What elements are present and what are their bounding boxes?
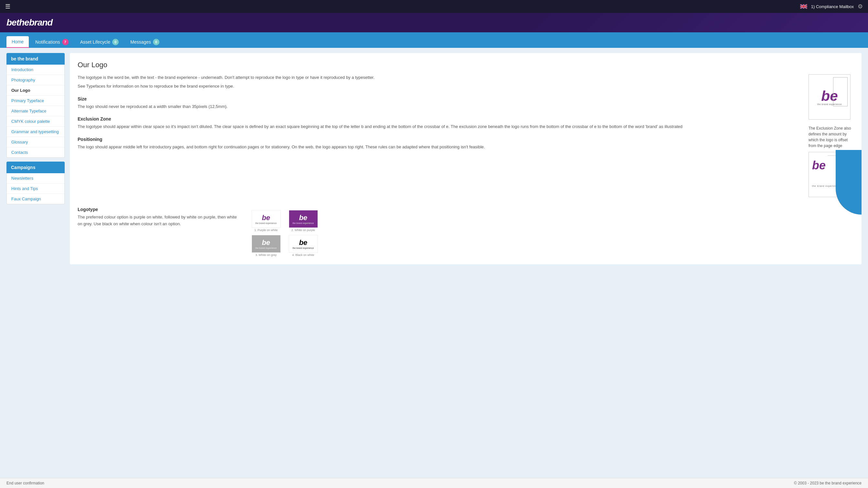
sidebar-item-grammar[interactable]: Grammar and typesetting — [7, 127, 64, 137]
sidebar-item-contacts[interactable]: Contacts — [7, 148, 64, 157]
logo-pos-be: be — [812, 159, 826, 172]
logotype-box-1: be the brand experience — [252, 210, 281, 228]
user-label: 1) Compliance Mailbox — [811, 4, 854, 9]
tab-home-label: Home — [12, 39, 24, 44]
logo-caption-2: the brand experience — [293, 222, 314, 224]
tab-home[interactable]: Home — [6, 36, 29, 48]
settings-icon[interactable]: ⚙ — [858, 3, 863, 10]
sidebar-item-glossary[interactable]: Glossary — [7, 137, 64, 148]
logo-caption-3: the brand experience — [255, 247, 277, 249]
logotype-label-4: 4. Black on white — [292, 253, 314, 257]
tab-asset-lifecycle-label: Asset Lifecycle — [80, 39, 110, 44]
content-area: Our Logo The logotype is the word be, wi… — [70, 53, 862, 264]
exclusion-section: Exclusion Zone The logotype should appea… — [78, 116, 802, 130]
logotype-heading: Logotype — [78, 207, 239, 212]
size-text: The logo should never be reproduced at a… — [78, 103, 802, 110]
logotype-section: Logotype The preferred colour option is … — [78, 207, 854, 257]
logo-be-3: be — [262, 238, 270, 247]
logotype-text-col: Logotype The preferred colour option is … — [78, 207, 239, 228]
logotype-grid: be the brand experience 1. Purple on whi… — [249, 210, 320, 257]
logo-caption-1: the brand experience — [255, 222, 277, 224]
guide-box — [833, 77, 848, 106]
flag-icon — [800, 4, 807, 9]
sidebar-item-our-logo[interactable]: Our Logo — [7, 85, 64, 96]
logotype-box-4: be the brand experience — [289, 235, 318, 253]
size-heading: Size — [78, 96, 802, 101]
logo-be-2: be — [299, 214, 308, 222]
exclusion-text: The logotype should appear within clear … — [78, 124, 802, 130]
sidebar-items-campaigns: Newsletters Hints and Tips Faux Campaign — [6, 173, 65, 204]
tab-messages[interactable]: Messages 0 — [125, 36, 165, 48]
footer: End user confirmation © 2003 - 2023 be t… — [0, 478, 868, 488]
sidebar-item-cmyk[interactable]: CMYK colour palette — [7, 116, 64, 127]
top-bar-right: 1) Compliance Mailbox ⚙ — [800, 3, 863, 10]
sidebar-item-alternate-typeface[interactable]: Alternate Typeface — [7, 106, 64, 116]
sidebar-item-faux-campaign[interactable]: Faux Campaign — [7, 194, 64, 204]
sidebar-items-be-the-brand: Introduction Photography Our Logo Primar… — [6, 65, 65, 158]
nav-tabs: Home Notifications 7 Asset Lifecycle 0 M… — [0, 32, 868, 48]
logotype-black-on-white: be the brand experience 4. Black on whit… — [286, 235, 320, 257]
content-text-col: The logotype is the word be, with the te… — [78, 74, 802, 197]
intro-text-2: See Typefaces for information on how to … — [78, 83, 802, 90]
positioning-text: The logo should appear middle left for i… — [78, 144, 802, 151]
sidebar-section-be-the-brand: be the brand — [6, 53, 65, 65]
tab-notifications-label: Notifications — [35, 39, 60, 44]
positioning-section: Positioning The logo should appear middl… — [78, 137, 802, 151]
sidebar-item-primary-typeface[interactable]: Primary Typeface — [7, 96, 64, 106]
exclusion-heading: Exclusion Zone — [78, 116, 802, 122]
exclusion-caption: The Exclusion Zone also defines the amou… — [808, 125, 854, 149]
sidebar-item-hints-and-tips[interactable]: Hints and Tips — [7, 184, 64, 194]
blue-curve-decoration — [836, 150, 862, 215]
logotype-label-3: 3. White on grey — [255, 253, 277, 257]
logotype-white-on-purple: be the brand experience 2. White on purp… — [286, 210, 320, 232]
footer-right: © 2003 - 2023 be the brand experience — [794, 481, 862, 485]
sidebar-section-campaigns: Campaigns — [6, 162, 65, 173]
logotype-box-2: be the brand experience — [289, 210, 318, 228]
logotype-label-2: 2. White on purple — [291, 228, 315, 232]
tab-notifications[interactable]: Notifications 7 — [30, 36, 73, 48]
footer-left: End user confirmation — [6, 481, 44, 485]
logo-be-4: be — [299, 238, 308, 247]
sidebar: be the brand Introduction Photography Ou… — [6, 53, 65, 264]
sidebar-item-photography[interactable]: Photography — [7, 75, 64, 85]
logotype-purple-on-white: be the brand experience 1. Purple on whi… — [249, 210, 283, 232]
positioning-heading: Positioning — [78, 137, 802, 142]
asset-lifecycle-badge: 0 — [112, 39, 119, 45]
logotype-box-3: be the brand experience — [252, 235, 281, 253]
size-section: Size The logo should never be reproduced… — [78, 96, 802, 110]
brand-header: bethebrand — [0, 13, 868, 32]
logotype-white-on-grey: be the brand experience 3. White on grey — [249, 235, 283, 257]
logo-be-1: be — [262, 214, 270, 222]
content-with-image: The logotype is the word be, with the te… — [78, 74, 854, 197]
messages-badge: 0 — [153, 39, 159, 45]
tab-messages-label: Messages — [130, 39, 151, 44]
main-content: be the brand Introduction Photography Ou… — [0, 48, 868, 269]
logo-preview-exclusion: be the brand experience — [808, 74, 850, 120]
menu-icon[interactable]: ☰ — [5, 3, 10, 10]
sidebar-item-introduction[interactable]: Introduction — [7, 65, 64, 75]
brand-logo: bethebrand — [6, 18, 52, 28]
page-title: Our Logo — [78, 61, 854, 69]
sidebar-item-newsletters[interactable]: Newsletters — [7, 173, 64, 184]
intro-text-1: The logotype is the word be, with the te… — [78, 74, 802, 81]
notifications-badge: 7 — [62, 39, 68, 45]
top-bar: ☰ 1) Compliance Mailbox ⚙ — [0, 0, 868, 13]
logo-caption-4: the brand experience — [293, 247, 314, 249]
logotype-text: The preferred colour option is purple on… — [78, 214, 239, 228]
logotype-label-1: 1. Purple on white — [254, 228, 277, 232]
tab-asset-lifecycle[interactable]: Asset Lifecycle 0 — [75, 36, 124, 48]
